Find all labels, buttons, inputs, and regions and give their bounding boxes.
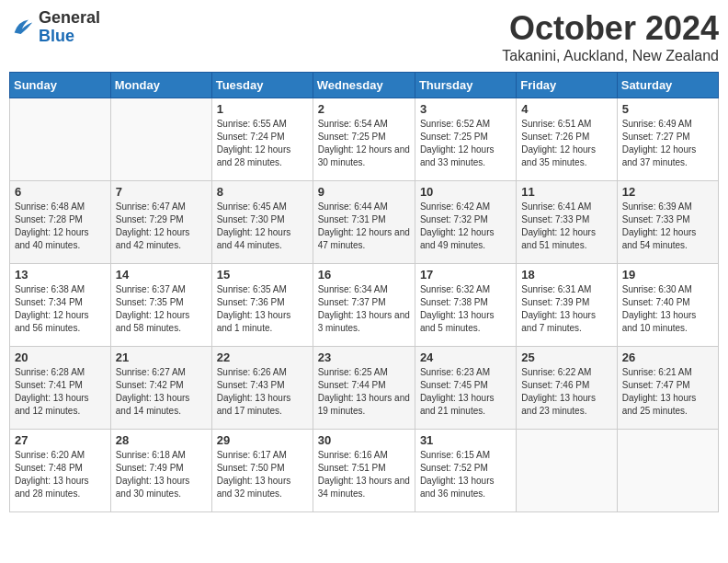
day-info: Sunrise: 6:51 AMSunset: 7:26 PMDaylight:… bbox=[521, 118, 611, 169]
calendar-cell: 9Sunrise: 6:44 AMSunset: 7:31 PMDaylight… bbox=[313, 181, 415, 264]
day-info: Sunrise: 6:20 AMSunset: 7:48 PMDaylight:… bbox=[15, 449, 106, 500]
calendar-cell: 4Sunrise: 6:51 AMSunset: 7:26 PMDaylight… bbox=[517, 98, 617, 181]
day-info: Sunrise: 6:22 AMSunset: 7:46 PMDaylight:… bbox=[521, 366, 611, 418]
weekday-header-sunday: Sunday bbox=[10, 73, 111, 98]
weekday-header-monday: Monday bbox=[110, 73, 211, 98]
day-info: Sunrise: 6:30 AMSunset: 7:40 PMDaylight:… bbox=[622, 283, 713, 335]
day-number: 22 bbox=[217, 350, 308, 364]
day-number: 16 bbox=[318, 268, 410, 282]
day-number: 25 bbox=[521, 350, 611, 364]
day-info: Sunrise: 6:37 AMSunset: 7:35 PMDaylight:… bbox=[116, 283, 207, 335]
page-header: General Blue October 2024 Takanini, Auck… bbox=[9, 9, 719, 64]
day-info: Sunrise: 6:49 AMSunset: 7:27 PMDaylight:… bbox=[622, 118, 713, 169]
day-info: Sunrise: 6:25 AMSunset: 7:44 PMDaylight:… bbox=[318, 366, 410, 418]
day-number: 17 bbox=[420, 268, 511, 282]
calendar-cell: 7Sunrise: 6:47 AMSunset: 7:29 PMDaylight… bbox=[110, 181, 211, 264]
day-info: Sunrise: 6:48 AMSunset: 7:28 PMDaylight:… bbox=[15, 201, 106, 252]
calendar-cell: 16Sunrise: 6:34 AMSunset: 7:37 PMDayligh… bbox=[313, 264, 415, 347]
day-info: Sunrise: 6:35 AMSunset: 7:36 PMDaylight:… bbox=[217, 283, 308, 335]
day-number: 13 bbox=[15, 268, 106, 282]
day-number: 28 bbox=[116, 433, 207, 447]
day-info: Sunrise: 6:54 AMSunset: 7:25 PMDaylight:… bbox=[318, 118, 410, 169]
day-info: Sunrise: 6:21 AMSunset: 7:47 PMDaylight:… bbox=[622, 366, 713, 418]
day-number: 19 bbox=[622, 268, 713, 282]
calendar-cell: 13Sunrise: 6:38 AMSunset: 7:34 PMDayligh… bbox=[10, 264, 111, 347]
calendar-cell: 20Sunrise: 6:28 AMSunset: 7:41 PMDayligh… bbox=[10, 347, 111, 430]
weekday-header-row: SundayMondayTuesdayWednesdayThursdayFrid… bbox=[10, 73, 719, 98]
day-number: 14 bbox=[116, 268, 207, 282]
weekday-header-wednesday: Wednesday bbox=[313, 73, 415, 98]
day-info: Sunrise: 6:18 AMSunset: 7:49 PMDaylight:… bbox=[116, 449, 207, 500]
day-info: Sunrise: 6:52 AMSunset: 7:25 PMDaylight:… bbox=[420, 118, 511, 169]
calendar-cell: 26Sunrise: 6:21 AMSunset: 7:47 PMDayligh… bbox=[617, 347, 718, 430]
weekday-header-saturday: Saturday bbox=[617, 73, 718, 98]
calendar-cell: 17Sunrise: 6:32 AMSunset: 7:38 PMDayligh… bbox=[415, 264, 516, 347]
calendar-cell bbox=[10, 98, 111, 181]
weekday-header-thursday: Thursday bbox=[415, 73, 516, 98]
logo: General Blue bbox=[9, 9, 100, 46]
day-number: 18 bbox=[521, 268, 611, 282]
day-number: 8 bbox=[217, 185, 308, 199]
calendar-cell: 29Sunrise: 6:17 AMSunset: 7:50 PMDayligh… bbox=[211, 430, 313, 512]
calendar-cell: 24Sunrise: 6:23 AMSunset: 7:45 PMDayligh… bbox=[415, 347, 516, 430]
calendar-cell: 2Sunrise: 6:54 AMSunset: 7:25 PMDaylight… bbox=[313, 98, 415, 181]
day-number: 15 bbox=[217, 268, 308, 282]
day-info: Sunrise: 6:28 AMSunset: 7:41 PMDaylight:… bbox=[15, 366, 106, 418]
calendar-week-5: 27Sunrise: 6:20 AMSunset: 7:48 PMDayligh… bbox=[10, 430, 719, 512]
day-info: Sunrise: 6:38 AMSunset: 7:34 PMDaylight:… bbox=[15, 283, 106, 335]
day-info: Sunrise: 6:15 AMSunset: 7:52 PMDaylight:… bbox=[420, 449, 511, 500]
day-number: 12 bbox=[622, 185, 713, 199]
day-info: Sunrise: 6:23 AMSunset: 7:45 PMDaylight:… bbox=[420, 366, 511, 418]
calendar-cell: 23Sunrise: 6:25 AMSunset: 7:44 PMDayligh… bbox=[313, 347, 415, 430]
day-number: 29 bbox=[217, 433, 308, 447]
calendar-cell: 1Sunrise: 6:55 AMSunset: 7:24 PMDaylight… bbox=[211, 98, 313, 181]
calendar-cell: 12Sunrise: 6:39 AMSunset: 7:33 PMDayligh… bbox=[617, 181, 718, 264]
day-number: 11 bbox=[521, 185, 611, 199]
calendar-week-1: 1Sunrise: 6:55 AMSunset: 7:24 PMDaylight… bbox=[10, 98, 719, 181]
day-info: Sunrise: 6:42 AMSunset: 7:32 PMDaylight:… bbox=[420, 201, 511, 252]
calendar-cell: 27Sunrise: 6:20 AMSunset: 7:48 PMDayligh… bbox=[10, 430, 111, 512]
calendar-cell: 30Sunrise: 6:16 AMSunset: 7:51 PMDayligh… bbox=[313, 430, 415, 512]
day-number: 4 bbox=[521, 102, 611, 116]
calendar-cell: 19Sunrise: 6:30 AMSunset: 7:40 PMDayligh… bbox=[617, 264, 718, 347]
calendar-week-3: 13Sunrise: 6:38 AMSunset: 7:34 PMDayligh… bbox=[10, 264, 719, 347]
calendar-cell: 8Sunrise: 6:45 AMSunset: 7:30 PMDaylight… bbox=[211, 181, 313, 264]
day-info: Sunrise: 6:39 AMSunset: 7:33 PMDaylight:… bbox=[622, 201, 713, 252]
calendar-week-4: 20Sunrise: 6:28 AMSunset: 7:41 PMDayligh… bbox=[10, 347, 719, 430]
calendar-cell: 28Sunrise: 6:18 AMSunset: 7:49 PMDayligh… bbox=[110, 430, 211, 512]
calendar-cell: 21Sunrise: 6:27 AMSunset: 7:42 PMDayligh… bbox=[110, 347, 211, 430]
day-number: 3 bbox=[420, 102, 511, 116]
day-number: 31 bbox=[420, 433, 511, 447]
calendar-cell bbox=[617, 430, 718, 512]
logo-bird-icon bbox=[9, 15, 35, 40]
day-number: 2 bbox=[318, 102, 410, 116]
calendar-cell bbox=[517, 430, 617, 512]
calendar-cell: 31Sunrise: 6:15 AMSunset: 7:52 PMDayligh… bbox=[415, 430, 516, 512]
weekday-header-tuesday: Tuesday bbox=[211, 73, 313, 98]
day-info: Sunrise: 6:27 AMSunset: 7:42 PMDaylight:… bbox=[116, 366, 207, 418]
day-number: 7 bbox=[116, 185, 207, 199]
day-number: 23 bbox=[318, 350, 410, 364]
logo-general-text: General bbox=[39, 9, 100, 28]
day-info: Sunrise: 6:55 AMSunset: 7:24 PMDaylight:… bbox=[217, 118, 308, 169]
day-number: 20 bbox=[15, 350, 106, 364]
day-number: 6 bbox=[15, 185, 106, 199]
day-info: Sunrise: 6:44 AMSunset: 7:31 PMDaylight:… bbox=[318, 201, 410, 252]
month-title: October 2024 bbox=[502, 9, 719, 48]
day-info: Sunrise: 6:45 AMSunset: 7:30 PMDaylight:… bbox=[217, 201, 308, 252]
calendar-cell: 15Sunrise: 6:35 AMSunset: 7:36 PMDayligh… bbox=[211, 264, 313, 347]
day-number: 1 bbox=[217, 102, 308, 116]
day-info: Sunrise: 6:34 AMSunset: 7:37 PMDaylight:… bbox=[318, 283, 410, 335]
day-number: 27 bbox=[15, 433, 106, 447]
title-block: October 2024 Takanini, Auckland, New Zea… bbox=[502, 9, 719, 64]
calendar-cell: 14Sunrise: 6:37 AMSunset: 7:35 PMDayligh… bbox=[110, 264, 211, 347]
calendar-cell: 11Sunrise: 6:41 AMSunset: 7:33 PMDayligh… bbox=[517, 181, 617, 264]
day-info: Sunrise: 6:31 AMSunset: 7:39 PMDaylight:… bbox=[521, 283, 611, 335]
day-info: Sunrise: 6:32 AMSunset: 7:38 PMDaylight:… bbox=[420, 283, 511, 335]
calendar-table: SundayMondayTuesdayWednesdayThursdayFrid… bbox=[9, 72, 719, 512]
day-number: 26 bbox=[622, 350, 713, 364]
calendar-cell: 25Sunrise: 6:22 AMSunset: 7:46 PMDayligh… bbox=[517, 347, 617, 430]
calendar-cell: 5Sunrise: 6:49 AMSunset: 7:27 PMDaylight… bbox=[617, 98, 718, 181]
day-number: 9 bbox=[318, 185, 410, 199]
calendar-cell: 10Sunrise: 6:42 AMSunset: 7:32 PMDayligh… bbox=[415, 181, 516, 264]
